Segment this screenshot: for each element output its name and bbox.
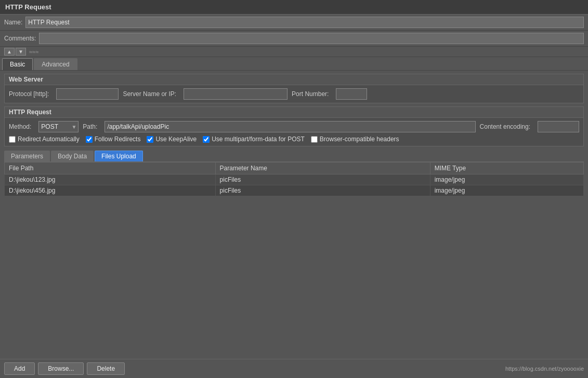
browser-checkbox-item[interactable]: Browser-compatible headers: [311, 136, 399, 143]
tab-parameters[interactable]: Parameters: [4, 151, 50, 161]
table-cell-file_path: D:\jiekou\456.jpg: [5, 185, 216, 196]
name-input[interactable]: [25, 17, 584, 28]
port-input[interactable]: [336, 88, 367, 100]
table-cell-mime_type: image/jpeg: [430, 174, 583, 185]
method-select[interactable]: POST GET PUT DELETE: [38, 121, 79, 132]
checkboxes-row: Redirect Automatically Follow Redirects …: [9, 136, 579, 143]
table-header-row: File Path Parameter Name MIME Type: [5, 163, 584, 174]
protocol-label: Protocol [http]:: [9, 90, 49, 98]
path-input[interactable]: [104, 121, 475, 132]
browse-button[interactable]: Browse...: [38, 362, 84, 375]
browser-label: Browser-compatible headers: [320, 136, 399, 143]
comments-row: Comments:: [0, 31, 588, 47]
web-server-title: Web Server: [5, 74, 583, 85]
redirect-checkbox[interactable]: [9, 136, 16, 143]
bottom-bar: Add Browse... Delete https://blog.csdn.n…: [0, 359, 588, 378]
table-row[interactable]: D:\jiekou\123.jpgpicFilesimage/jpeg: [5, 174, 584, 185]
table-cell-mime_type: image/jpeg: [430, 185, 583, 196]
files-tbody: D:\jiekou\123.jpgpicFilesimage/jpegD:\ji…: [5, 174, 584, 196]
title-bar: HTTP Request: [0, 0, 588, 15]
scroll-arrows: ▲ ▼ ≈≈≈: [0, 47, 588, 57]
port-label: Port Number:: [292, 90, 329, 98]
comments-label: Comments:: [4, 35, 36, 42]
protocol-input[interactable]: [56, 88, 119, 100]
col-mime-type: MIME Type: [430, 163, 583, 174]
http-section-content: Method: POST GET PUT DELETE ▼ Path: Cont…: [5, 118, 583, 146]
scroll-down-button[interactable]: ▼: [16, 48, 26, 56]
footer-url: https://blog.csdn.net/zyooooxie: [505, 366, 584, 372]
scroll-up-button[interactable]: ▲: [4, 48, 15, 56]
table-cell-file_path: D:\jiekou\123.jpg: [5, 174, 216, 185]
sub-tabs: Parameters Body Data Files Upload: [4, 150, 584, 162]
keepalive-checkbox-item[interactable]: Use KeepAlive: [147, 136, 197, 143]
method-label: Method:: [9, 123, 31, 130]
path-label: Path:: [83, 123, 97, 130]
keepalive-checkbox[interactable]: [147, 136, 153, 143]
keepalive-label: Use KeepAlive: [155, 136, 197, 143]
follow-label: Follow Redirects: [95, 136, 141, 143]
http-request-section: HTTP Request Method: POST GET PUT DELETE…: [4, 106, 584, 146]
delete-button[interactable]: Delete: [87, 362, 125, 375]
main-tabs: Basic Advanced: [0, 57, 588, 71]
web-server-section: Web Server Protocol [http]: Server Name …: [4, 74, 584, 103]
encoding-input[interactable]: [538, 121, 579, 132]
method-path-row: Method: POST GET PUT DELETE ▼ Path: Cont…: [9, 121, 579, 132]
web-server-row: Protocol [http]: Server Name or IP: Port…: [9, 88, 579, 100]
table-cell-param_name: picFiles: [215, 185, 430, 196]
server-label: Server Name or IP:: [123, 90, 176, 98]
name-row: Name:: [0, 15, 588, 31]
tab-body-data[interactable]: Body Data: [51, 151, 94, 161]
multipart-label: Use multipart/form-data for POST: [212, 136, 305, 143]
tab-basic[interactable]: Basic: [2, 58, 33, 70]
method-select-wrapper: POST GET PUT DELETE ▼: [38, 121, 79, 132]
comments-input[interactable]: [39, 33, 584, 44]
col-file-path: File Path: [5, 163, 216, 174]
redirect-checkbox-item[interactable]: Redirect Automatically: [9, 136, 80, 143]
action-buttons: Add Browse... Delete: [4, 362, 125, 375]
name-label: Name:: [4, 19, 22, 26]
browser-checkbox[interactable]: [311, 136, 318, 143]
multipart-checkbox-item[interactable]: Use multipart/form-data for POST: [203, 136, 305, 143]
dialog-title: HTTP Request: [5, 3, 51, 11]
server-input[interactable]: [184, 88, 288, 100]
scroll-handle: ≈≈≈: [29, 49, 38, 55]
tab-files-upload[interactable]: Files Upload: [95, 151, 143, 161]
follow-checkbox-item[interactable]: Follow Redirects: [86, 136, 141, 143]
encoding-label: Content encoding:: [480, 123, 530, 130]
follow-checkbox[interactable]: [86, 136, 93, 143]
table-row[interactable]: D:\jiekou\456.jpgpicFilesimage/jpeg: [5, 185, 584, 196]
table-cell-param_name: picFiles: [215, 174, 430, 185]
files-table: File Path Parameter Name MIME Type D:\ji…: [4, 162, 584, 196]
main-container: HTTP Request Name: Comments: ▲ ▼ ≈≈≈ Bas…: [0, 0, 588, 378]
web-server-content: Protocol [http]: Server Name or IP: Port…: [5, 85, 583, 103]
multipart-checkbox[interactable]: [203, 136, 210, 143]
add-button[interactable]: Add: [4, 362, 35, 375]
col-param-name: Parameter Name: [215, 163, 430, 174]
files-table-container: File Path Parameter Name MIME Type D:\ji…: [4, 162, 584, 359]
tab-advanced[interactable]: Advanced: [34, 58, 77, 70]
http-section-title: HTTP Request: [5, 107, 583, 118]
redirect-label: Redirect Automatically: [18, 136, 80, 143]
